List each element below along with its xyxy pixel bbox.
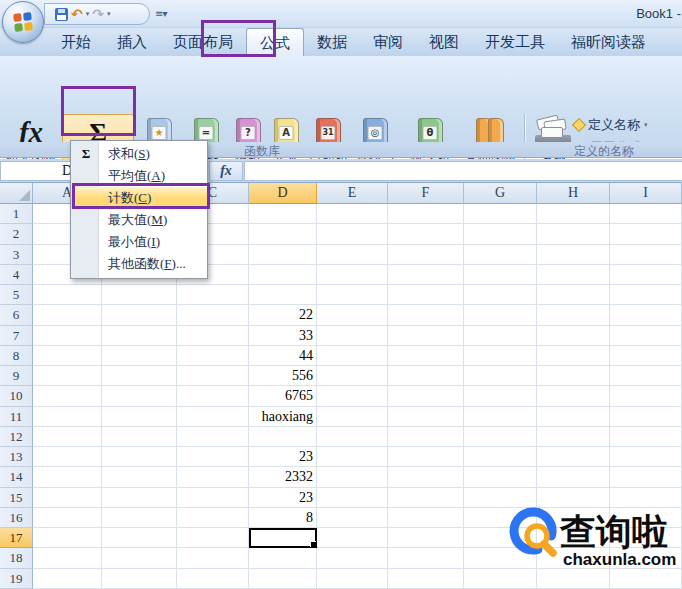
cell-E14[interactable] <box>317 467 388 487</box>
cell-A10[interactable] <box>33 386 102 406</box>
row-header-4[interactable]: 4 <box>0 265 33 285</box>
cell-I11[interactable] <box>610 407 682 427</box>
cell-B18[interactable] <box>102 548 177 568</box>
row-header-1[interactable]: 1 <box>0 204 33 224</box>
cell-E18[interactable] <box>317 548 388 568</box>
cell-H14[interactable] <box>537 467 610 487</box>
cell-B13[interactable] <box>102 447 177 467</box>
row-header-16[interactable]: 16 <box>0 508 33 528</box>
cell-C13[interactable] <box>177 447 249 467</box>
tab-insert[interactable]: 插入 <box>104 28 160 56</box>
row-header-18[interactable]: 18 <box>0 548 33 568</box>
cell-B6[interactable] <box>102 305 177 325</box>
tab-home[interactable]: 开始 <box>48 28 104 56</box>
cell-F17[interactable] <box>388 528 464 548</box>
cell-E7[interactable] <box>317 326 388 346</box>
row-header-19[interactable]: 19 <box>0 569 33 589</box>
cell-A14[interactable] <box>33 467 102 487</box>
row-header-11[interactable]: 11 <box>0 407 33 427</box>
cell-A16[interactable] <box>33 508 102 528</box>
cell-D13[interactable]: 23 <box>249 447 317 467</box>
cell-I7[interactable] <box>610 326 682 346</box>
cell-G14[interactable] <box>464 467 537 487</box>
cell-I3[interactable] <box>610 245 682 265</box>
cell-I10[interactable] <box>610 386 682 406</box>
cell-G13[interactable] <box>464 447 537 467</box>
cell-A5[interactable] <box>33 285 102 305</box>
cell-F10[interactable] <box>388 386 464 406</box>
cell-A12[interactable] <box>33 427 102 447</box>
cell-C15[interactable] <box>177 488 249 508</box>
menu-item-max[interactable]: 最大值(M) <box>71 209 207 231</box>
cell-C14[interactable] <box>177 467 249 487</box>
insert-function-fx-icon[interactable]: fx <box>209 161 243 181</box>
cell-E10[interactable] <box>317 386 388 406</box>
cell-E15[interactable] <box>317 488 388 508</box>
cell-F14[interactable] <box>388 467 464 487</box>
column-header-G[interactable]: G <box>464 183 537 204</box>
tab-foxit-reader[interactable]: 福昕阅读器 <box>558 28 659 56</box>
cell-H3[interactable] <box>537 245 610 265</box>
tab-data[interactable]: 数据 <box>304 28 360 56</box>
cell-C12[interactable] <box>177 427 249 447</box>
cell-E1[interactable] <box>317 204 388 224</box>
cell-A11[interactable] <box>33 407 102 427</box>
cell-F9[interactable] <box>388 366 464 386</box>
cell-I12[interactable] <box>610 427 682 447</box>
cell-D1[interactable] <box>249 204 317 224</box>
row-header-8[interactable]: 8 <box>0 346 33 366</box>
cell-B14[interactable] <box>102 467 177 487</box>
tab-developer[interactable]: 开发工具 <box>472 28 558 56</box>
cell-C19[interactable] <box>177 569 249 589</box>
cell-D2[interactable] <box>249 224 317 244</box>
cell-E16[interactable] <box>317 508 388 528</box>
cell-B9[interactable] <box>102 366 177 386</box>
cell-D12[interactable] <box>249 427 317 447</box>
cell-A15[interactable] <box>33 488 102 508</box>
cell-E8[interactable] <box>317 346 388 366</box>
tab-review[interactable]: 审阅 <box>360 28 416 56</box>
cell-I2[interactable] <box>610 224 682 244</box>
cell-G12[interactable] <box>464 427 537 447</box>
cell-G5[interactable] <box>464 285 537 305</box>
cell-D10[interactable]: 6765 <box>249 386 317 406</box>
cell-D17[interactable] <box>249 528 317 548</box>
cell-I1[interactable] <box>610 204 682 224</box>
undo-dropdown-icon[interactable]: ▾ <box>86 10 90 18</box>
cell-F1[interactable] <box>388 204 464 224</box>
cell-D8[interactable]: 44 <box>249 346 317 366</box>
save-icon[interactable] <box>55 8 68 21</box>
cell-D3[interactable] <box>249 245 317 265</box>
cell-H11[interactable] <box>537 407 610 427</box>
customize-qat-icon[interactable]: ≡▾ <box>155 8 166 19</box>
cell-F12[interactable] <box>388 427 464 447</box>
row-header-7[interactable]: 7 <box>0 326 33 346</box>
cell-D5[interactable] <box>249 285 317 305</box>
cell-B16[interactable] <box>102 508 177 528</box>
cell-G3[interactable] <box>464 245 537 265</box>
cell-F15[interactable] <box>388 488 464 508</box>
cell-I4[interactable] <box>610 265 682 285</box>
cell-H12[interactable] <box>537 427 610 447</box>
cell-E17[interactable] <box>317 528 388 548</box>
formula-bar-input[interactable] <box>244 161 682 181</box>
cell-B19[interactable] <box>102 569 177 589</box>
cell-F11[interactable] <box>388 407 464 427</box>
cell-B17[interactable] <box>102 528 177 548</box>
cell-A9[interactable] <box>33 366 102 386</box>
cell-E5[interactable] <box>317 285 388 305</box>
menu-item-sum[interactable]: Σ 求和(S) <box>71 143 207 165</box>
cell-G6[interactable] <box>464 305 537 325</box>
cell-F4[interactable] <box>388 265 464 285</box>
cell-H13[interactable] <box>537 447 610 467</box>
cell-F13[interactable] <box>388 447 464 467</box>
menu-item-min[interactable]: 最小值(I) <box>71 231 207 253</box>
cell-D15[interactable]: 23 <box>249 488 317 508</box>
cell-A8[interactable] <box>33 346 102 366</box>
cell-E11[interactable] <box>317 407 388 427</box>
cell-E6[interactable] <box>317 305 388 325</box>
row-header-13[interactable]: 13 <box>0 447 33 467</box>
cell-D7[interactable]: 33 <box>249 326 317 346</box>
row-header-5[interactable]: 5 <box>0 285 33 305</box>
cell-H7[interactable] <box>537 326 610 346</box>
